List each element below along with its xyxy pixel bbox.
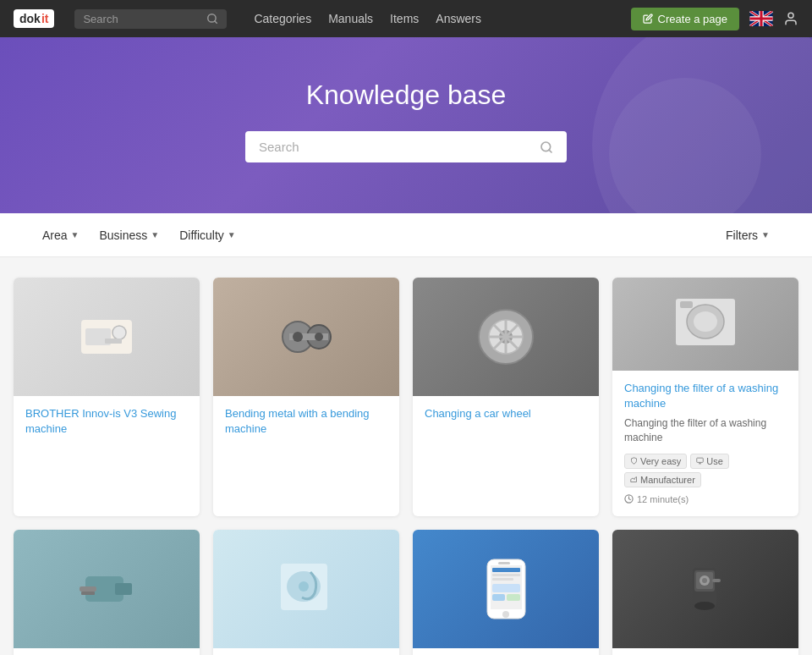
factory-icon — [630, 476, 638, 483]
pencil-icon — [643, 14, 653, 24]
cards-grid: BROTHER Innov-is V3 Sewing machine Bendi… — [14, 278, 798, 655]
card-title-1[interactable]: BROTHER Innov-is V3 Sewing machine — [25, 406, 188, 437]
svg-rect-51 — [712, 579, 721, 582]
svg-rect-46 — [507, 594, 520, 601]
card-body-5: Changing the spark plug of a chainsaw — [14, 648, 200, 655]
svg-line-5 — [549, 150, 551, 152]
card-1[interactable]: BROTHER Innov-is V3 Sewing machine — [14, 278, 200, 516]
card-3[interactable]: Changing a car wheel — [413, 278, 599, 516]
card-title-4[interactable]: Changing the filter of a washing machine — [624, 381, 787, 411]
car-wheel-image — [472, 303, 540, 371]
card-tags-4: Very easy Use Manufacturer — [624, 454, 787, 487]
main-content: BROTHER Innov-is V3 Sewing machine Bendi… — [0, 257, 812, 655]
sewing-machine-image — [73, 303, 140, 371]
chevron-down-icon: ▼ — [761, 230, 770, 239]
card-2[interactable]: Bending metal with a bending machine — [213, 278, 399, 516]
card-8[interactable]: Descale your Nespresso Pixie machine — [612, 530, 798, 655]
card-meta-4: 12 minute(s) — [624, 494, 787, 504]
card-6[interactable]: Cleaning the agitator of a washing machi… — [213, 530, 399, 655]
washing-machine-image — [672, 294, 739, 354]
bending-machine-image — [272, 303, 340, 371]
filters-right: Filters ▼ — [717, 223, 778, 247]
area-filter-button[interactable]: Area ▼ — [34, 223, 87, 247]
filters-bar: Area ▼ Business ▼ Difficulty ▼ Filters ▼ — [0, 213, 812, 257]
user-icon[interactable] — [783, 11, 798, 26]
logo[interactable]: dokit — [14, 9, 54, 28]
nav-link-answers[interactable]: Answers — [436, 12, 481, 25]
card-4-featured[interactable]: Changing the filter of a washing machine… — [612, 278, 798, 516]
card-image-4 — [612, 278, 798, 371]
svg-point-13 — [293, 332, 303, 342]
language-flag-icon[interactable] — [749, 11, 773, 26]
filters-button[interactable]: Filters ▼ — [717, 223, 778, 247]
navbar: dokit Categories Manuals Items Answers C… — [0, 0, 812, 37]
svg-rect-32 — [80, 586, 96, 592]
tag-manufacturer: Manufacturer — [624, 472, 701, 487]
card-description-4: Changing the filter of a washing machine — [624, 416, 787, 445]
nav-right: Create a page — [631, 8, 798, 30]
difficulty-filter-button[interactable]: Difficulty ▼ — [171, 223, 244, 247]
svg-rect-45 — [492, 594, 505, 601]
svg-point-50 — [694, 602, 715, 610]
tag-icon — [630, 457, 638, 465]
card-body-2: Bending metal with a bending machine — [213, 396, 399, 449]
nespresso-image — [672, 555, 739, 623]
svg-point-8 — [112, 326, 126, 339]
nav-link-categories[interactable]: Categories — [254, 12, 311, 25]
card-image-7 — [413, 530, 599, 648]
card-image-8 — [612, 530, 798, 648]
svg-rect-44 — [492, 584, 520, 592]
card-7[interactable]: Clear cache, cookies and history on your… — [413, 530, 599, 655]
business-filter-button[interactable]: Business ▼ — [91, 223, 167, 247]
svg-rect-31 — [115, 583, 132, 595]
svg-rect-40 — [498, 562, 510, 564]
svg-point-24 — [694, 311, 717, 332]
svg-rect-42 — [492, 574, 520, 576]
svg-rect-41 — [492, 568, 520, 572]
card-title-2[interactable]: Bending metal with a bending machine — [225, 406, 387, 437]
hero-search-wrap — [245, 131, 567, 162]
chevron-down-icon: ▼ — [71, 230, 80, 239]
hero-search-input[interactable] — [259, 140, 540, 154]
nav-links: Categories Manuals Items Answers — [254, 12, 481, 25]
nav-search-icon — [206, 13, 218, 25]
svg-rect-43 — [492, 578, 513, 581]
logo-text: dok — [19, 12, 41, 25]
clock-icon — [624, 494, 634, 504]
svg-rect-25 — [680, 301, 693, 308]
hero-search-icon — [540, 140, 553, 154]
nav-search-input[interactable] — [83, 13, 201, 25]
svg-point-36 — [299, 581, 309, 592]
nav-link-manuals[interactable]: Manuals — [328, 12, 373, 25]
svg-rect-26 — [697, 459, 704, 463]
card-image-3 — [413, 278, 599, 396]
chainsaw-image — [73, 555, 140, 623]
iphone-image — [483, 555, 529, 623]
svg-point-14 — [315, 333, 323, 341]
nav-link-items[interactable]: Items — [390, 12, 419, 25]
card-image-6 — [213, 530, 399, 648]
svg-rect-33 — [81, 592, 95, 595]
card-body-7: Clear cache, cookies and history on your… — [413, 648, 599, 655]
card-body-3: Changing a car wheel — [413, 396, 599, 433]
create-page-button[interactable]: Create a page — [631, 8, 739, 30]
card-title-3[interactable]: Changing a car wheel — [425, 406, 587, 421]
card-body-4: Changing the filter of a washing machine… — [612, 371, 798, 516]
card-image-1 — [14, 278, 200, 396]
card-body-1: BROTHER Innov-is V3 Sewing machine — [14, 396, 200, 449]
svg-rect-9 — [105, 339, 122, 344]
svg-point-53 — [702, 578, 707, 583]
chevron-down-icon: ▼ — [151, 230, 159, 239]
hero-title: Knowledge base — [17, 80, 795, 111]
chevron-down-icon: ▼ — [228, 230, 236, 239]
card-image-5 — [14, 530, 200, 648]
tag-very-easy: Very easy — [624, 454, 687, 469]
svg-line-1 — [215, 21, 217, 24]
nav-search-wrap — [74, 9, 227, 29]
svg-point-3 — [788, 13, 793, 18]
agitator-image — [272, 555, 340, 623]
card-time-4: 12 minute(s) — [637, 494, 689, 504]
card-5[interactable]: Changing the spark plug of a chainsaw — [14, 530, 200, 655]
card-body-6: Cleaning the agitator of a washing machi… — [213, 648, 399, 655]
monitor-icon — [696, 457, 704, 465]
